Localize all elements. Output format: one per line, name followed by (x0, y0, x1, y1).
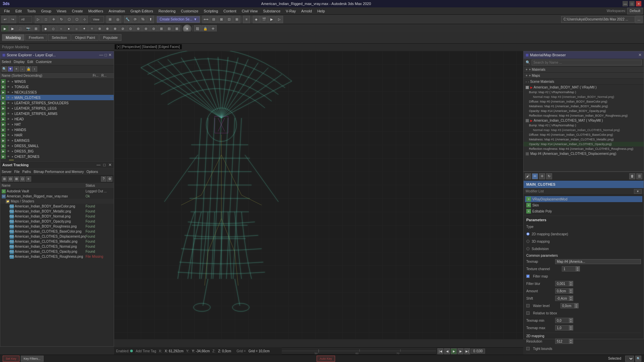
mp-tex-channel-spinner[interactable]: 1 ▲ ▼ (562, 266, 580, 272)
at-row-body-roughness[interactable]: PNG American_Indian_BODY_Roughness.png F… (0, 224, 114, 229)
close-button[interactable]: ✕ (636, 1, 641, 6)
se-row-leather-arms[interactable]: ▶ 👁 ● LEATHER_STRIPES_ARMS (0, 111, 114, 116)
se-necklesses-eye2[interactable]: ● (10, 91, 14, 94)
se-leather-arms-eye[interactable]: 👁 (6, 112, 10, 115)
se-row-main-clothes[interactable]: ▶ 👁 ● MAIN_CLOTHES ⚙ (0, 95, 114, 100)
mp-shift-spinner[interactable]: -0,4cm ▲ ▼ (555, 296, 573, 301)
mp-shift-down[interactable]: ▼ (569, 298, 573, 301)
se-leather-shoulders-eye[interactable]: 👁 (6, 102, 10, 105)
se-dress-big-eye[interactable]: 👁 (6, 150, 10, 153)
scene-explorer-close-button[interactable]: ✕ (108, 53, 112, 57)
minimize-button[interactable]: — (623, 1, 628, 6)
mp-relative-bbox-checkbox[interactable] (526, 311, 530, 315)
mp-type-3d-radio[interactable] (526, 240, 530, 243)
mp-water-level-checkbox[interactable] (526, 304, 530, 307)
se-row-tongue[interactable]: ▶ 👁 ● TONGUE (0, 84, 114, 89)
mp-type-subdiv-radio[interactable] (526, 247, 530, 250)
mp-filter-blur-down[interactable]: ▼ (569, 284, 573, 286)
se-necklesses-eye[interactable]: 👁 (6, 91, 10, 94)
at-row-body-metallic[interactable]: PNG American_Indian_BODY_Metallic.png Fo… (0, 209, 114, 214)
tab-freeform[interactable]: Freeform (25, 34, 48, 41)
se-leather-legs-eye[interactable]: 👁 (6, 107, 10, 110)
path-browse-button[interactable]: ... (635, 16, 643, 23)
at-btn5[interactable]: ≡ (26, 176, 31, 182)
menu-animation[interactable]: Animation (106, 8, 128, 14)
mp-resolution-spinner[interactable]: 512 ▲ ▼ (555, 339, 573, 344)
align-button[interactable]: ⊟ (210, 16, 217, 23)
mb-materials-section[interactable]: + + Materials (524, 67, 644, 73)
se-menu-edit[interactable]: Edit (28, 60, 33, 64)
se-tongue-eye[interactable]: 👁 (6, 85, 10, 88)
scale2-button[interactable]: ⬡ (73, 16, 80, 23)
snap-toggle[interactable]: 🔧 (124, 16, 131, 23)
mp-resolution-down[interactable]: ▼ (569, 341, 573, 344)
prev-frame-button[interactable]: ◀ (444, 348, 450, 354)
menu-edit[interactable]: Edit (13, 8, 24, 14)
mp-texmap-max-spinner[interactable]: 1,0 ▲ ▼ (555, 325, 573, 330)
menu-civil-view[interactable]: Civil View (239, 8, 260, 14)
se-head-eye2[interactable]: ● (10, 118, 14, 121)
se-row-dress-big[interactable]: ▶ 👁 ● DRESS_BIG (0, 148, 114, 154)
at-row-body-base[interactable]: PNG American_Indian_BODY_BaseColor.png F… (0, 204, 114, 209)
se-row-dress-small[interactable]: ▶ 👁 ● DRESS_SMALL (0, 143, 114, 148)
at-row-body-normal[interactable]: PNG American_Indian_BODY_Normal.png Foun… (0, 214, 114, 219)
search-button[interactable]: 🔍 (635, 356, 641, 362)
view-dropdown[interactable]: View (91, 16, 104, 23)
mp-texmap-max-down[interactable]: ▼ (569, 328, 573, 330)
menu-modifiers[interactable]: Modifiers (86, 8, 106, 14)
mp-texmap-val[interactable]: Map #4 (America... (555, 259, 641, 264)
viewport[interactable] (114, 51, 523, 339)
maximize-button[interactable]: □ (629, 1, 635, 6)
scale-button[interactable]: ⬡ (65, 16, 73, 23)
tab-modeling[interactable]: Modeling (2, 34, 24, 41)
se-hat-eye2[interactable]: ● (10, 123, 14, 126)
angle-snap[interactable]: ⟳ (131, 16, 139, 23)
render-button[interactable]: ▶ (268, 16, 275, 23)
move-button[interactable]: ✛ (50, 16, 57, 23)
mp-texmap-min-up[interactable]: ▲ (569, 318, 573, 320)
auto-key-button[interactable]: Auto Key (317, 356, 335, 362)
menu-file[interactable]: File (1, 8, 13, 14)
mp-water-level-spinner[interactable]: 0,0cm ▲ ▼ (560, 303, 579, 308)
at-menu-file[interactable]: File (14, 170, 19, 174)
create-selection-dropdown-icon[interactable]: ▼ (194, 17, 197, 21)
se-row-leather-shoulders[interactable]: ▶ 👁 ● LEATHER_STRIPES_SHOULDERS (0, 100, 114, 106)
se-menu-select[interactable]: Select (2, 60, 11, 64)
se-row-head[interactable]: ▶ 👁 ● HEAD (0, 116, 114, 122)
mb-body-mat[interactable]: ▶ American_Indian_BODY_MAT ( VRayMtl ) (524, 85, 644, 90)
menu-graph-editors[interactable]: Graph Editors (128, 8, 156, 14)
mp-resolution-up[interactable]: ▲ (569, 339, 573, 341)
se-chest-bones-eye2[interactable]: ● (10, 155, 14, 158)
select-region-button[interactable]: □ (42, 16, 50, 23)
mat-browser-search-input[interactable] (532, 60, 642, 65)
at-restore-button[interactable]: □ (103, 163, 106, 167)
mb-clothes-mat[interactable]: ▶ American_Indian_CLOTHES_MAT ( VRayMtl … (524, 118, 644, 123)
at-row-body-opacity[interactable]: PNG American_Indian_BODY_Opacity.png Fou… (0, 219, 114, 224)
play-start-button[interactable]: |◀ (437, 348, 443, 354)
at-row-clothes-base[interactable]: PNG American_Indian_CLOTHES_BaseColor.pn… (0, 229, 114, 234)
se-dress-small-eye[interactable]: 👁 (6, 144, 10, 147)
se-menu-customize[interactable]: Customize (36, 60, 52, 64)
set-key-button[interactable]: Set Key (3, 356, 19, 362)
se-chest-bones-eye[interactable]: 👁 (6, 155, 10, 158)
menu-tools[interactable]: Tools (24, 8, 39, 14)
mp-amount-down[interactable]: ▼ (569, 291, 573, 293)
mp-filter-blur-up[interactable]: ▲ (569, 281, 573, 284)
percent-snap[interactable]: % (139, 16, 147, 23)
at-menu-paths[interactable]: Paths (22, 170, 31, 174)
select-type-dropdown[interactable]: All (19, 16, 32, 23)
mp-water-level-up[interactable]: ▲ (574, 303, 578, 306)
se-hat-eye[interactable]: 👁 (6, 123, 10, 126)
at-btn4[interactable]: ⊡ (20, 176, 25, 182)
se-leather-legs-eye2[interactable]: ● (10, 107, 14, 110)
mp-modifier-editable-poly[interactable]: 👁 Editable Poly (525, 208, 642, 214)
place-button[interactable]: ⊹ (81, 16, 88, 23)
mb-maps-section[interactable]: + + Maps (524, 73, 644, 79)
mp-water-level-down[interactable]: ▼ (574, 306, 578, 308)
mat-browser-close-button[interactable]: ✕ (638, 53, 642, 57)
menu-content[interactable]: Content (221, 8, 239, 14)
at-row-vault[interactable]: V Autodesk Vault Logged Out ... (0, 189, 114, 194)
se-head-eye[interactable]: 👁 (6, 118, 10, 121)
at-menu-options[interactable]: Options (87, 170, 98, 174)
se-row-earings[interactable]: ▶ 👁 ● EARINGS (0, 138, 114, 143)
